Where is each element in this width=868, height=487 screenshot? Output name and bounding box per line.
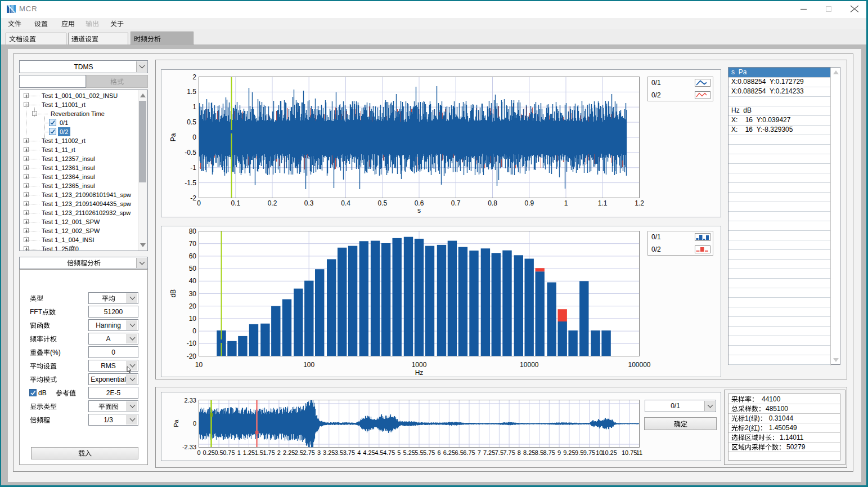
svg-text:0: 0 [192, 327, 196, 335]
svg-text:3.5: 3.5 [335, 449, 343, 456]
svg-text:dB: dB [169, 289, 177, 298]
svg-text:10: 10 [189, 315, 197, 323]
svg-text:6.25: 6.25 [443, 449, 455, 456]
svg-text:1: 1 [237, 449, 241, 456]
svg-text:5.5: 5.5 [415, 449, 423, 456]
svg-text:0.25: 0.25 [203, 449, 215, 456]
svg-text:0/2: 0/2 [651, 245, 661, 253]
svg-text:50: 50 [189, 265, 197, 272]
svg-text:0.5: 0.5 [377, 199, 387, 207]
svg-text:0.4: 0.4 [341, 199, 350, 207]
svg-text:10000: 10000 [520, 361, 539, 369]
svg-text:2.5: 2.5 [295, 449, 303, 456]
svg-text:5.75: 5.75 [423, 449, 435, 456]
svg-text:-2.33: -2.33 [182, 444, 196, 450]
svg-text:0/1: 0/1 [651, 79, 661, 87]
svg-text:80: 80 [189, 227, 197, 235]
svg-text:0: 0 [197, 449, 200, 456]
svg-text:100000: 100000 [628, 361, 650, 369]
svg-text:0.9: 0.9 [524, 199, 534, 207]
svg-text:9.25: 9.25 [563, 449, 575, 456]
svg-text:7: 7 [478, 449, 481, 456]
svg-text:-0.5: -0.5 [185, 149, 196, 157]
svg-text:1.2: 1.2 [635, 199, 644, 207]
svg-text:10.75: 10.75 [622, 449, 637, 456]
svg-text:1.5: 1.5 [255, 449, 263, 456]
svg-text:0/2: 0/2 [651, 91, 661, 99]
svg-text:70: 70 [189, 240, 197, 248]
svg-text:3.75: 3.75 [343, 449, 355, 456]
svg-text:0.5: 0.5 [187, 118, 196, 126]
svg-text:0/1: 0/1 [651, 233, 661, 241]
svg-text:4.25: 4.25 [363, 449, 375, 456]
svg-text:2.75: 2.75 [303, 449, 314, 456]
svg-text:0: 0 [193, 420, 196, 427]
svg-text:-20: -20 [187, 352, 197, 360]
svg-text:5: 5 [397, 449, 401, 456]
svg-text:10.25: 10.25 [601, 449, 617, 456]
svg-text:0.5: 0.5 [214, 449, 223, 456]
svg-text:9.5: 9.5 [575, 449, 583, 456]
svg-text:1.75: 1.75 [263, 449, 275, 456]
svg-text:9: 9 [557, 449, 561, 456]
svg-text:-1: -1 [190, 164, 196, 172]
svg-text:Pa: Pa [173, 419, 179, 427]
svg-text:2.33: 2.33 [185, 397, 196, 404]
svg-text:4.75: 4.75 [383, 449, 395, 456]
svg-text:11: 11 [636, 449, 642, 456]
svg-text:9.75: 9.75 [583, 449, 595, 456]
svg-text:2: 2 [277, 449, 281, 456]
svg-text:7.25: 7.25 [483, 449, 495, 456]
svg-text:0: 0 [192, 133, 196, 141]
svg-text:Pa: Pa [169, 133, 177, 141]
svg-text:0.8: 0.8 [488, 199, 497, 207]
svg-text:8.75: 8.75 [543, 449, 555, 456]
svg-text:1.5: 1.5 [187, 88, 196, 96]
svg-text:6.75: 6.75 [463, 449, 475, 456]
svg-text:100: 100 [303, 361, 314, 369]
svg-text:-2: -2 [190, 194, 196, 202]
svg-text:Hz: Hz [415, 369, 424, 377]
svg-text:1: 1 [564, 199, 568, 207]
svg-text:30: 30 [189, 290, 197, 298]
svg-text:3.25: 3.25 [323, 449, 335, 456]
svg-text:40: 40 [189, 277, 197, 285]
svg-text:60: 60 [189, 252, 197, 260]
svg-text:7.5: 7.5 [495, 449, 503, 456]
svg-text:6.5: 6.5 [455, 449, 464, 456]
svg-text:2.25: 2.25 [283, 449, 295, 456]
svg-text:s: s [417, 207, 421, 215]
svg-text:0.75: 0.75 [223, 449, 235, 456]
svg-text:6: 6 [438, 449, 441, 456]
svg-text:4: 4 [357, 449, 361, 456]
svg-text:0.7: 0.7 [451, 199, 461, 207]
svg-text:-10: -10 [187, 339, 197, 347]
svg-text:2: 2 [192, 73, 196, 81]
svg-text:0.6: 0.6 [415, 199, 424, 207]
svg-text:5.25: 5.25 [403, 449, 415, 456]
svg-text:-1.5: -1.5 [185, 179, 196, 187]
svg-text:20: 20 [189, 302, 197, 310]
svg-text:0: 0 [197, 199, 201, 207]
svg-text:8: 8 [518, 449, 521, 456]
svg-text:1: 1 [192, 103, 196, 111]
svg-text:1.1: 1.1 [598, 199, 608, 207]
svg-text:8.5: 8.5 [535, 449, 543, 456]
svg-text:1000: 1000 [412, 361, 427, 369]
svg-text:4.5: 4.5 [375, 449, 383, 456]
svg-text:10: 10 [195, 361, 203, 369]
svg-text:8.25: 8.25 [523, 449, 535, 456]
svg-text:0.1: 0.1 [231, 199, 240, 207]
svg-text:0.2: 0.2 [268, 199, 277, 207]
svg-text:1.25: 1.25 [243, 449, 255, 456]
svg-text:0.3: 0.3 [304, 199, 314, 207]
svg-text:3: 3 [317, 449, 321, 456]
svg-text:7.75: 7.75 [503, 449, 515, 456]
